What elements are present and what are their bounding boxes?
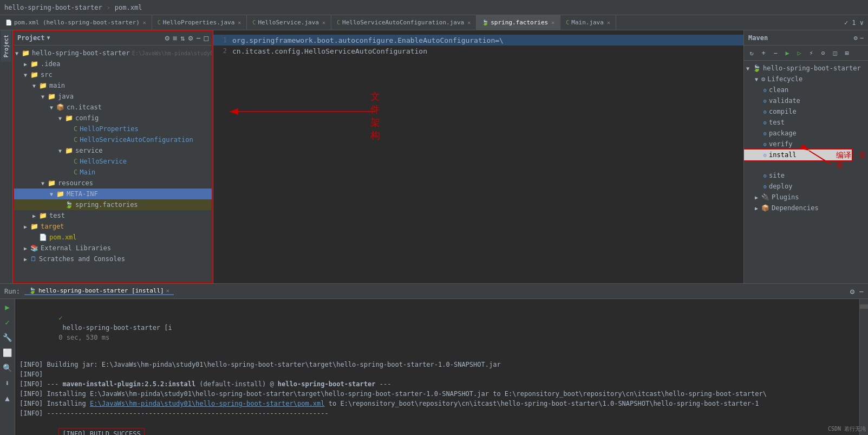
maven-deploy-icon: ⚙ — [763, 184, 767, 190]
main-class-icon: C — [74, 168, 77, 176]
panel-sort-icon[interactable]: ⇅ — [180, 34, 185, 42]
tree-external-libs[interactable]: ▶ 📚 External Libraries — [13, 243, 213, 254]
run-check-btn[interactable]: ✓ — [2, 316, 14, 328]
hello-properties-class-icon: C — [74, 125, 77, 133]
tree-service[interactable]: ▼ 📁 service — [13, 145, 213, 156]
maven-plugins[interactable]: ▶ 🔌 Plugins — [744, 192, 868, 203]
maven-add-btn[interactable]: + — [758, 48, 769, 59]
maven-minimize-icon[interactable]: − — [860, 34, 864, 42]
maven-collapse-btn[interactable]: ◫ — [830, 48, 840, 59]
maven-install-label: install — [769, 151, 797, 159]
run-collapse-btn[interactable]: ▲ — [2, 392, 14, 404]
tree-pom-xml[interactable]: ▶ 📄 pom.xml — [13, 232, 213, 243]
tree-idea[interactable]: ▶ 📁 .idea — [13, 59, 213, 69]
maven-refresh-btn[interactable]: ↻ — [746, 48, 757, 59]
tree-main-class[interactable]: ▶ C Main — [13, 167, 213, 178]
main-class-label: Main — [80, 168, 95, 176]
run-stop-btn[interactable]: ⬜ — [2, 347, 14, 359]
maven-package[interactable]: ⚙ package — [744, 128, 868, 139]
maven-run-btn[interactable]: ▶ — [782, 48, 793, 59]
vtab-project[interactable]: Project — [1, 30, 11, 62]
idea-arrow: ▶ — [24, 61, 30, 67]
java-label: java — [58, 93, 74, 100]
tree-main[interactable]: ▼ 📁 main — [13, 80, 213, 91]
maven-compile[interactable]: ⚙ compile — [744, 106, 868, 117]
tab-hello-service[interactable]: C HelloService.java ✕ — [247, 15, 331, 30]
maven-debug-btn[interactable]: ▷ — [794, 48, 805, 59]
service-label: service — [75, 147, 103, 154]
panel-minus-icon[interactable]: − — [196, 34, 200, 42]
tab-spring-factories[interactable]: 🍃 spring.factories ✕ — [477, 15, 560, 30]
maven-remove-btn[interactable]: − — [770, 48, 781, 59]
tab-pom-xml[interactable]: 📄 pom.xml (hello-spring-boot-starter) ✕ — [0, 15, 152, 30]
maven-clean[interactable]: ⚙ clean — [744, 85, 868, 95]
tree-hello-svc-autoconfig[interactable]: ▶ C HelloServiceAutoConfiguration — [13, 134, 213, 145]
terminal-status: ✓ hello-spring-boot-starter [i 0 sec, 53… — [19, 303, 855, 352]
tab-main-java[interactable]: C Main.java ✕ — [560, 15, 616, 30]
tree-cn-itcast[interactable]: ▼ 📦 cn.itcast — [13, 102, 213, 113]
tab-spring-factories-label: spring.factories — [491, 19, 548, 26]
pom-xml-tree-label: pom.xml — [49, 233, 77, 241]
maven-dependencies[interactable]: ▶ 📦 Dependencies — [744, 203, 868, 213]
code-text-2: cn.itcast.config.HelloServiceAutoConfigu… — [232, 47, 427, 55]
term-pom-link[interactable]: E:\JavaWs\hm-pinda\study01\hello-spring-… — [90, 400, 324, 407]
tree-src[interactable]: ▼ 📁 src — [13, 69, 213, 80]
maven-validate-icon: ⚙ — [763, 98, 767, 104]
run-filter-btn[interactable]: ⬇ — [2, 377, 14, 389]
term-plugin: maven-install-plugin:2.5.2:install — [62, 380, 195, 388]
hello-properties-icon: C — [158, 20, 161, 25]
tree-test[interactable]: ▶ 📁 test — [13, 210, 213, 221]
maven-site[interactable]: ⚙ site — [744, 170, 868, 181]
tree-target[interactable]: ▶ 📁 target — [13, 221, 213, 232]
run-play-btn[interactable]: ▶ — [2, 301, 14, 313]
run-wrench-btn[interactable]: 🔧 — [2, 332, 14, 343]
terminal-scrollbar-thumb[interactable] — [860, 304, 868, 309]
maven-settings-icon[interactable]: ⚙ — [854, 34, 858, 42]
panel-dropdown-icon[interactable]: ▼ — [47, 35, 50, 41]
maven-deploy[interactable]: ⚙ deploy — [744, 181, 868, 192]
bottom-tab-run[interactable]: 🍃 hello-spring-boot-starter [install] ✕ — [24, 287, 174, 295]
maven-validate[interactable]: ⚙ validate — [744, 95, 868, 106]
maven-header-icons: ⚙ − — [854, 34, 864, 42]
tab-hello-properties-close[interactable]: ✕ — [238, 20, 241, 25]
project-panel: Project ▼ ⚙ ≡ ⇅ ⚙ − □ ▼ 📁 hello-spring- — [13, 30, 213, 283]
maven-site-label: site — [769, 172, 785, 179]
tab-hello-properties[interactable]: C HelloProperties.java ✕ — [152, 15, 247, 30]
panel-collapse-icon[interactable]: □ — [204, 34, 208, 42]
tree-hello-service[interactable]: ▶ C HelloService — [13, 156, 213, 167]
panel-settings-icon[interactable]: ⚙ — [165, 34, 169, 42]
maven-expand-btn[interactable]: ⊞ — [841, 48, 852, 59]
maven-test[interactable]: ⚙ test — [744, 117, 868, 128]
tree-java[interactable]: ▼ 📁 java — [13, 91, 213, 102]
panel-list-icon[interactable]: ≡ — [173, 34, 177, 42]
tree-meta-inf[interactable]: ▼ 📁 META-INF — [13, 189, 213, 199]
run-tab-close[interactable]: ✕ — [166, 288, 169, 294]
tree-hello-properties[interactable]: ▶ C HelloProperties — [13, 124, 213, 134]
tab-hello-service-autoconfig[interactable]: C HelloServiceAutoConfiguration.java ✕ — [331, 15, 477, 30]
maven-lifecycle[interactable]: ▼ ⚙ Lifecycle — [744, 74, 868, 85]
tab-pom-close[interactable]: ✕ — [143, 20, 146, 25]
bottom-settings-icon[interactable]: ⚙ − — [850, 287, 864, 296]
term-project: hello-spring-boot-starter — [278, 380, 376, 388]
maven-install-annotation: 编译、安装 — [771, 161, 868, 170]
maven-skip-btn[interactable]: ⚡ — [806, 48, 817, 59]
tree-root[interactable]: ▼ 📁 hello-spring-boot-starter E:\JavaWs\… — [13, 48, 213, 59]
maven-deploy-label: deploy — [769, 183, 792, 190]
target-folder-icon: 📁 — [30, 223, 38, 230]
maven-compile-icon: ⚙ — [763, 109, 767, 115]
tab-hello-service-autoconfig-close[interactable]: ✕ — [467, 20, 471, 25]
tab-spring-factories-close[interactable]: ✕ — [551, 20, 554, 25]
tree-resources[interactable]: ▼ 📁 resources — [13, 178, 213, 189]
tab-hello-service-close[interactable]: ✕ — [322, 20, 325, 25]
tree-scratches[interactable]: ▶ 🗒 Scratches and Consoles — [13, 254, 213, 264]
panel-gear-icon[interactable]: ⚙ — [188, 34, 193, 42]
maven-root[interactable]: ▼ 🍃 hello-spring-boot-starter — [744, 63, 868, 74]
tab-main-java-close[interactable]: ✕ — [607, 20, 610, 25]
maven-tree: ▼ 🍃 hello-spring-boot-starter ▼ ⚙ Lifecy… — [744, 61, 868, 283]
tree-spring-factories[interactable]: ▶ 🍃 spring.factories — [13, 199, 213, 210]
run-scroll-btn[interactable]: 🔍 — [2, 362, 14, 374]
build-success-badge: [INFO] BUILD SUCCESS — [58, 428, 145, 435]
tree-config[interactable]: ▼ 📁 config — [13, 113, 213, 124]
maven-generate-btn[interactable]: ⊙ — [818, 48, 828, 59]
scratches-label: Scratches and Consoles — [39, 255, 125, 263]
